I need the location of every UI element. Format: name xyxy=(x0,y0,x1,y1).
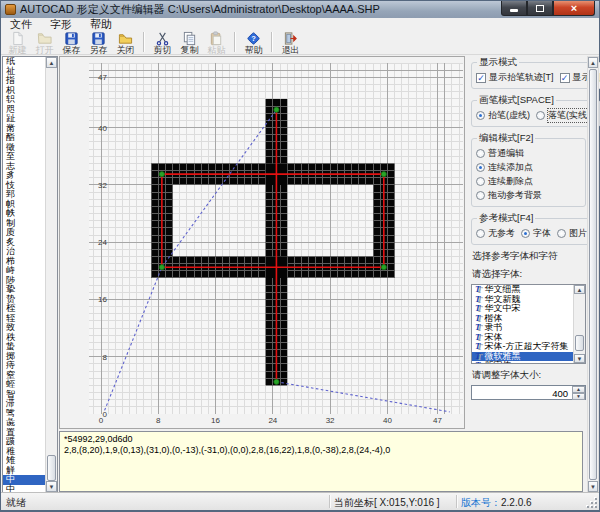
edit-mode-title: 编辑模式[F2] xyxy=(477,132,535,145)
radio-icon[interactable] xyxy=(476,149,485,158)
resize-grip-icon[interactable] xyxy=(587,498,597,508)
font-listbox[interactable]: T华文细黑T华文新魏T华文中宋T楷体T隶书T宋体T宋体-方正超大字符集T微软雅黑… xyxy=(471,284,586,364)
minimize-icon xyxy=(510,9,518,12)
radio-icon[interactable] xyxy=(536,111,545,120)
radio-option-1[interactable]: 落笔(实线) xyxy=(536,109,590,122)
y-axis-tick-label: 40 xyxy=(98,124,107,133)
font-list-item[interactable]: T华文新魏 xyxy=(472,295,573,305)
pen-mode-title: 画笔模式[SPACE] xyxy=(477,94,556,107)
vertex-point[interactable] xyxy=(274,379,279,384)
truetype-icon: T xyxy=(475,333,481,342)
close-button[interactable]: × xyxy=(553,1,595,16)
vertex-point[interactable] xyxy=(159,265,164,270)
font-size-spinner[interactable]: 400 ▲ ▼ xyxy=(471,385,586,400)
radio-option-1[interactable]: 连续添加点 xyxy=(476,161,533,174)
radio-selected-icon[interactable] xyxy=(476,111,485,120)
shape-code-editor[interactable]: *54992,29,0d6d02,8,(8,20),1,9,(0,13),(31… xyxy=(59,431,583,492)
radio-icon[interactable] xyxy=(476,191,485,200)
ref-mode-group: 参考模式[F4] 无参考字体图片 xyxy=(471,212,597,245)
checkbox-option-0[interactable]: ✓显示抬笔轨迹[T] xyxy=(476,71,554,84)
font-name: 华文中宋 xyxy=(485,304,521,314)
vertex-point[interactable] xyxy=(274,107,279,112)
vertex-point[interactable] xyxy=(381,265,386,270)
char-list-item[interactable]: 中 xyxy=(3,485,45,493)
radio-option-0[interactable]: 普通编辑 xyxy=(476,147,524,160)
maximize-button[interactable] xyxy=(527,1,553,16)
toolbar-button-9[interactable]: 退出 xyxy=(277,31,304,55)
radio-option-0[interactable]: 无参考 xyxy=(476,227,515,240)
font-list-item[interactable]: T华文中宋 xyxy=(472,304,573,314)
svg-text:?: ? xyxy=(251,34,256,43)
status-bar: 就绪 当前坐标[ X:015,Y:016 ] 版本号：2.2.0.6 xyxy=(1,492,599,510)
font-name: 微软雅黑 xyxy=(485,352,521,362)
scroll-up-icon[interactable]: ▲ xyxy=(588,57,598,68)
radio-option-1[interactable]: 字体 xyxy=(521,227,551,240)
font-list-scrollbar[interactable]: ▲ ▼ xyxy=(573,285,585,363)
radio-label: 普通编辑 xyxy=(488,147,524,160)
font-list-item[interactable]: T隶书 xyxy=(472,323,573,333)
x-axis-tick-label: 32 xyxy=(326,416,335,425)
toolbar-button-8[interactable]: ?帮助 xyxy=(240,31,267,55)
toolbar-button-2[interactable]: 保存 xyxy=(58,31,85,55)
font-size-value: 400 xyxy=(552,388,568,399)
font-list-item[interactable]: T楷体 xyxy=(472,314,573,324)
checkbox-checked-icon[interactable]: ✓ xyxy=(476,73,486,83)
minimize-button[interactable] xyxy=(501,1,527,16)
statusbar-separator xyxy=(329,495,330,508)
font-name: 隶书 xyxy=(485,323,503,333)
radio-option-2[interactable]: 连续删除点 xyxy=(476,175,533,188)
code-line-0: *54992,29,0d6d0 xyxy=(64,434,578,445)
checkbox-checked-icon[interactable]: ✓ xyxy=(560,73,570,83)
toolbar-button-6[interactable]: 复制 xyxy=(176,31,203,55)
window-controls: × xyxy=(501,1,595,16)
radio-icon[interactable] xyxy=(476,229,485,238)
scrollbar-thumb[interactable] xyxy=(47,455,56,481)
toolbar-separator xyxy=(143,32,144,52)
glyph-edit-canvas[interactable]: 081624324047081624324047 xyxy=(59,56,465,429)
settings-panel: 显示模式 ✓显示抬笔轨迹[T]✓显示点[X] 画笔模式[SPACE] 抬笔(虚线… xyxy=(471,56,586,493)
radio-option-0[interactable]: 抬笔(虚线) xyxy=(476,109,530,122)
menu-item-2[interactable]: 帮助 xyxy=(81,18,121,31)
toolbar-button-5[interactable]: 剪切 xyxy=(149,31,176,55)
scrollbar-thumb[interactable] xyxy=(589,69,597,480)
radio-label: 无参考 xyxy=(488,227,515,240)
character-listbox[interactable]: 纸祉指枳轵咫趾黹酯徵至志豸忮郅帜帙制质炙治栉峙陟挚贽桎轾致秩蛰掷痔窒蛭智滞骘彘置… xyxy=(2,56,58,493)
font-list-item[interactable]: T华文细黑 xyxy=(472,285,573,295)
font-list-item[interactable]: T宋体 xyxy=(472,333,573,343)
scroll-up-icon[interactable]: ▲ xyxy=(574,285,585,294)
radio-icon[interactable] xyxy=(476,177,485,186)
font-section-title: 选择参考字体和字符 xyxy=(472,250,586,263)
x-axis-tick-label: 8 xyxy=(156,416,161,425)
scroll-down-icon[interactable]: ▼ xyxy=(574,354,585,363)
spin-down-icon[interactable]: ▼ xyxy=(572,393,585,400)
toolbar-button-4[interactable]: 关闭 xyxy=(112,31,139,55)
radio-icon[interactable] xyxy=(557,229,566,238)
font-list-item[interactable]: T宋体-方正超大字符集 xyxy=(472,342,573,352)
scrollbar-thumb[interactable] xyxy=(575,335,584,351)
toolbar-button-3[interactable]: 另存 xyxy=(85,31,112,55)
checkbox-label: 显示抬笔轨迹[T] xyxy=(489,71,554,84)
panel-scrollbar[interactable]: ▲ ▼ xyxy=(587,56,599,493)
save-as-icon xyxy=(91,31,106,46)
font-name: 华文新魏 xyxy=(485,295,521,305)
x-axis-tick-label: 47 xyxy=(433,416,442,425)
radio-option-3[interactable]: 拖动参考背景 xyxy=(476,189,542,202)
scroll-down-icon[interactable]: ▼ xyxy=(588,481,598,492)
copy-icon xyxy=(182,31,197,46)
vertex-point[interactable] xyxy=(381,172,386,177)
menu-item-1[interactable]: 字形 xyxy=(41,18,81,31)
font-list-item[interactable]: T新宋体 xyxy=(472,361,573,363)
menu-item-0[interactable]: 文件 xyxy=(1,18,41,31)
glyph-grid[interactable]: 081624324047081624324047 xyxy=(60,57,464,428)
radio-option-2[interactable]: 图片 xyxy=(557,227,587,240)
radio-selected-icon[interactable] xyxy=(521,229,530,238)
vertex-point[interactable] xyxy=(159,172,164,177)
character-list-scrollbar[interactable]: ▲ ▼ xyxy=(45,57,57,492)
truetype-icon: T xyxy=(475,361,481,363)
scroll-up-icon[interactable]: ▲ xyxy=(46,57,57,68)
spin-up-icon[interactable]: ▲ xyxy=(572,386,585,393)
radio-selected-icon[interactable] xyxy=(476,163,485,172)
scroll-down-icon[interactable]: ▼ xyxy=(46,481,57,492)
radio-label: 拖动参考背景 xyxy=(488,189,542,202)
font-list-item[interactable]: T微软雅黑 xyxy=(472,352,573,362)
